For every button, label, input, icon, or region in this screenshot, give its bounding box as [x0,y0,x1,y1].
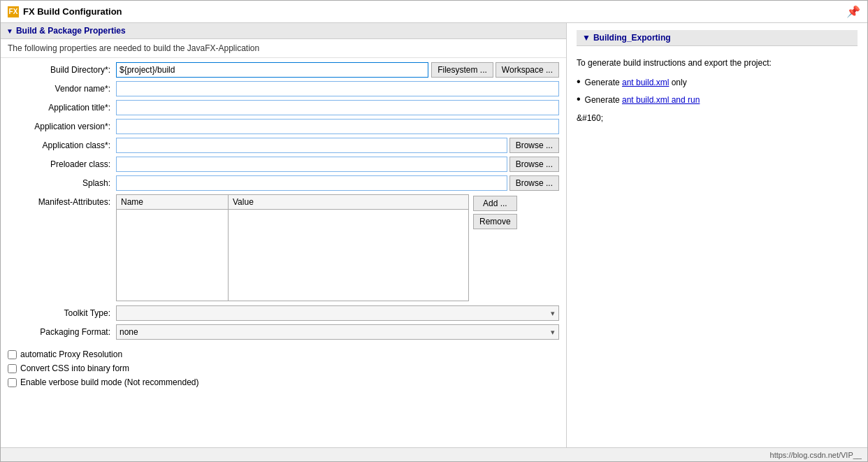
css-checkbox[interactable] [8,364,17,373]
manifest-remove-button[interactable]: Remove [473,214,517,229]
build-directory-row: Build Directory*: Filesystem ... Workspa… [8,62,559,78]
bullet-1-suffix: only [669,78,686,87]
checkbox-css-row: Convert CSS into binary form [1,361,566,375]
nbsp-text: &#160; [577,111,858,127]
content-area: ▼ Build & Package Properties The followi… [1,23,867,447]
manifest-attributes-row: Manifest-Attributes: Name Value [8,194,559,301]
splash-label: Splash: [8,178,116,188]
checkbox-proxy-row: automatic Proxy Resolution [1,347,566,361]
vendor-name-row: Vendor name*: [8,81,559,96]
application-title-label: Application title*: [8,103,116,113]
pin-icon[interactable]: 📌 [846,5,860,18]
right-intro-text: To generate build instructions and expor… [577,56,858,71]
section-description: The following properties are needed to b… [1,39,566,58]
window-title: FX Build Configuration [23,6,122,17]
preloader-class-input[interactable] [116,157,507,172]
right-panel: ▼ Building_Exporting To generate build i… [567,23,867,447]
preloader-class-label: Preloader class: [8,159,116,169]
window-icon: FX [8,6,19,17]
css-label: Convert CSS into binary form [20,363,129,373]
manifest-container: Name Value Add ... Remove [116,194,517,301]
vendor-name-input[interactable] [116,81,559,96]
proxy-checkbox[interactable] [8,350,17,359]
right-content: To generate build instructions and expor… [577,53,858,133]
bullet-item-2: • Generate ant build.xml and run [577,93,858,108]
manifest-buttons: Add ... Remove [473,194,517,301]
verbose-checkbox[interactable] [8,378,17,387]
window-controls: 📌 [846,5,860,18]
application-version-row: Application version*: [8,119,559,134]
manifest-body [117,210,468,301]
manifest-name-header: Name [117,195,229,209]
verbose-label: Enable verbose build mode (Not recommend… [20,377,198,387]
preloader-class-browse-button[interactable]: Browse ... [509,157,559,172]
application-class-row: Application class*: Browse ... [8,138,559,153]
bullet-1-label: Generate ant build.xml only [585,75,687,91]
workspace-button[interactable]: Workspace ... [496,62,559,78]
splash-input[interactable] [116,175,507,191]
bullet-1-prefix: Generate [585,78,622,87]
build-directory-label: Build Directory*: [8,65,116,75]
toolkit-type-select-wrapper [116,305,559,321]
build-directory-buttons: Filesystem ... Workspace ... [431,62,559,78]
vendor-name-label: Vendor name*: [8,84,116,94]
toolkit-type-select[interactable] [116,305,559,321]
application-class-label: Application class*: [8,140,116,150]
splash-row: Splash: Browse ... [8,175,559,191]
manifest-table-header: Name Value [117,195,468,210]
bullet-dot-1: • [577,76,581,87]
bullet-dot-2: • [577,94,581,105]
building-exporting-header: ▼ Building_Exporting [577,30,858,46]
status-url: https://blog.csdn.net/VIP__ [770,451,862,459]
left-panel: ▼ Build & Package Properties The followi… [1,23,567,447]
manifest-add-button[interactable]: Add ... [473,196,517,211]
application-title-input[interactable] [116,100,559,115]
bullet-2-prefix: Generate [585,95,622,105]
manifest-value-body[interactable] [229,210,468,301]
status-bar: https://blog.csdn.net/VIP__ [1,447,867,461]
application-version-input[interactable] [116,119,559,134]
bullet-item-1: • Generate ant build.xml only [577,75,858,91]
packaging-format-select-wrapper: none [116,324,559,340]
main-window: FX FX Build Configuration 📌 ▼ Build & Pa… [0,0,868,462]
splash-browse-button[interactable]: Browse ... [509,175,559,191]
title-bar: FX FX Build Configuration 📌 [1,1,867,23]
application-title-row: Application title*: [8,100,559,115]
manifest-table: Name Value [116,194,469,301]
building-exporting-title: Building_Exporting [593,33,671,43]
proxy-label: automatic Proxy Resolution [20,349,122,359]
application-class-input[interactable] [116,138,507,153]
form-area: Build Directory*: Filesystem ... Workspa… [1,58,566,347]
bullet-2-label: Generate ant build.xml and run [585,93,700,108]
build-package-header: ▼ Build & Package Properties [1,23,566,39]
toolkit-type-label: Toolkit Type: [8,308,116,318]
ant-build-xml-run-link[interactable]: ant build.xml and run [622,95,700,105]
application-class-browse-button[interactable]: Browse ... [509,138,559,153]
checkbox-verbose-row: Enable verbose build mode (Not recommend… [1,375,566,389]
preloader-class-row: Preloader class: Browse ... [8,157,559,172]
toolkit-type-row: Toolkit Type: [8,305,559,321]
packaging-format-label: Packaging Format: [8,327,116,337]
packaging-format-row: Packaging Format: none [8,324,559,340]
build-directory-input[interactable] [116,62,428,78]
filesystem-button[interactable]: Filesystem ... [431,62,493,78]
ant-build-xml-link[interactable]: ant build.xml [622,78,669,87]
collapse-arrow[interactable]: ▼ [6,27,13,35]
manifest-name-body[interactable] [117,210,229,301]
manifest-value-header: Value [229,195,468,209]
build-package-title: Build & Package Properties [16,26,126,36]
application-version-label: Application version*: [8,122,116,131]
manifest-attributes-label: Manifest-Attributes: [8,194,116,207]
packaging-format-select[interactable]: none [116,324,559,340]
right-collapse-arrow[interactable]: ▼ [582,33,591,43]
